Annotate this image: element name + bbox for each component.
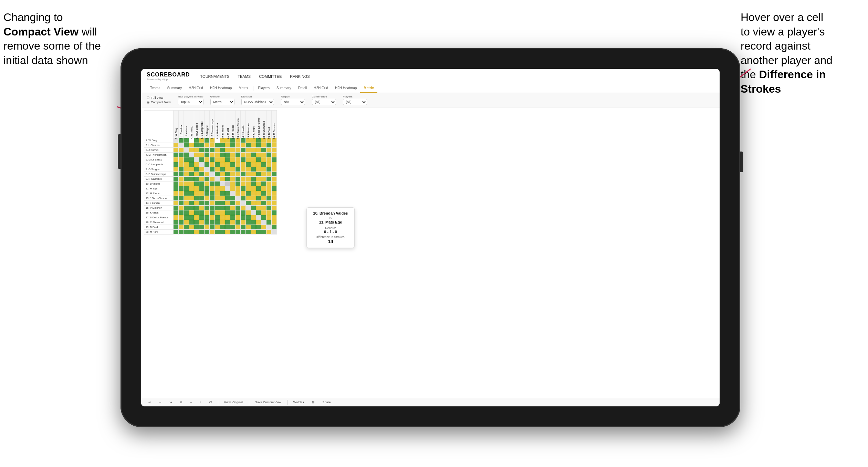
matrix-cell[interactable] [241, 148, 246, 153]
matrix-cell[interactable] [220, 230, 225, 235]
matrix-cell[interactable] [174, 172, 179, 177]
matrix-cell[interactable] [256, 191, 261, 196]
matrix-cell[interactable] [241, 206, 246, 210]
matrix-cell[interactable] [210, 143, 215, 148]
matrix-cell[interactable] [184, 191, 189, 196]
matrix-cell[interactable] [225, 157, 230, 162]
matrix-cell[interactable] [261, 201, 266, 206]
matrix-cell[interactable] [236, 206, 241, 210]
matrix-cell[interactable] [266, 206, 272, 210]
compact-view-radio[interactable] [147, 101, 149, 104]
matrix-cell[interactable] [230, 191, 236, 196]
matrix-cell[interactable] [194, 220, 199, 225]
matrix-cell[interactable] [215, 157, 220, 162]
matrix-cell[interactable] [266, 186, 272, 191]
matrix-cell[interactable] [205, 210, 210, 215]
matrix-cell[interactable] [225, 143, 230, 148]
matrix-cell[interactable] [261, 220, 266, 225]
matrix-cell[interactable] [215, 181, 220, 186]
matrix-cell[interactable] [215, 191, 220, 196]
matrix-cell[interactable] [256, 186, 261, 191]
matrix-cell[interactable] [179, 143, 184, 148]
matrix-cell[interactable] [189, 196, 194, 201]
matrix-cell[interactable] [272, 230, 277, 235]
matrix-cell[interactable] [199, 201, 205, 206]
sub-nav-h2hheatmap2[interactable]: H2H Heatmap [332, 84, 360, 93]
matrix-cell[interactable] [199, 196, 205, 201]
matrix-cell[interactable] [225, 196, 230, 201]
matrix-cell[interactable] [230, 167, 236, 172]
matrix-cell[interactable] [205, 143, 210, 148]
matrix-cell[interactable] [236, 153, 241, 157]
matrix-cell[interactable] [251, 215, 256, 220]
matrix-cell[interactable] [261, 148, 266, 153]
matrix-cell[interactable] [199, 143, 205, 148]
matrix-cell[interactable] [205, 148, 210, 153]
matrix-cell[interactable] [246, 177, 251, 181]
matrix-cell[interactable] [225, 220, 230, 225]
matrix-cell[interactable] [189, 230, 194, 235]
matrix-cell[interactable] [174, 215, 179, 220]
matrix-cell[interactable] [236, 201, 241, 206]
matrix-cell[interactable] [184, 186, 189, 191]
matrix-cell[interactable] [189, 167, 194, 172]
matrix-cell[interactable] [199, 230, 205, 235]
nav-rankings[interactable]: RANKINGS [290, 73, 310, 80]
matrix-cell[interactable] [230, 153, 236, 157]
matrix-cell[interactable] [266, 172, 272, 177]
matrix-cell[interactable] [184, 148, 189, 153]
matrix-cell[interactable] [184, 225, 189, 230]
matrix-cell[interactable] [241, 210, 246, 215]
matrix-cell[interactable] [256, 220, 261, 225]
matrix-cell[interactable] [272, 191, 277, 196]
matrix-cell[interactable] [215, 230, 220, 235]
matrix-cell[interactable] [266, 157, 272, 162]
matrix-cell[interactable] [179, 220, 184, 225]
matrix-cell[interactable] [230, 206, 236, 210]
matrix-cell[interactable] [241, 167, 246, 172]
matrix-cell[interactable] [256, 215, 261, 220]
matrix-cell[interactable] [199, 148, 205, 153]
matrix-cell[interactable] [236, 167, 241, 172]
nav-committee[interactable]: COMMITTEE [259, 73, 282, 80]
sub-nav-summary1[interactable]: Summary [164, 84, 185, 93]
matrix-cell[interactable] [225, 201, 230, 206]
matrix-cell[interactable] [174, 153, 179, 157]
matrix-cell[interactable] [184, 162, 189, 167]
matrix-cell[interactable] [246, 220, 251, 225]
matrix-cell[interactable] [272, 172, 277, 177]
matrix-cell[interactable] [215, 225, 220, 230]
matrix-cell[interactable] [256, 167, 261, 172]
matrix-cell[interactable] [246, 230, 251, 235]
matrix-cell[interactable] [220, 143, 225, 148]
matrix-cell[interactable] [272, 157, 277, 162]
matrix-cell[interactable] [194, 157, 199, 162]
matrix-cell[interactable] [210, 181, 215, 186]
matrix-cell[interactable] [261, 181, 266, 186]
matrix-cell[interactable] [266, 215, 272, 220]
matrix-cell[interactable] [220, 157, 225, 162]
matrix-cell[interactable] [246, 143, 251, 148]
undo-button[interactable]: ↩ [147, 400, 153, 405]
matrix-cell[interactable] [194, 191, 199, 196]
matrix-cell[interactable] [230, 230, 236, 235]
matrix-cell[interactable] [261, 172, 266, 177]
matrix-cell[interactable] [236, 181, 241, 186]
matrix-cell[interactable] [266, 153, 272, 157]
matrix-cell[interactable] [205, 191, 210, 196]
matrix-cell[interactable] [210, 220, 215, 225]
matrix-cell[interactable] [272, 201, 277, 206]
matrix-cell[interactable] [241, 153, 246, 157]
matrix-cell[interactable] [215, 215, 220, 220]
matrix-cell[interactable] [266, 230, 272, 235]
matrix-cell[interactable] [225, 215, 230, 220]
sub-nav-players[interactable]: Players [255, 84, 273, 93]
matrix-cell[interactable] [251, 191, 256, 196]
sub-nav-detail[interactable]: Detail [295, 84, 311, 93]
matrix-cell[interactable] [261, 177, 266, 181]
matrix-cell[interactable] [225, 225, 230, 230]
redo-button[interactable]: ↪ [168, 400, 174, 405]
matrix-cell[interactable] [261, 143, 266, 148]
nav-teams[interactable]: TEAMS [238, 73, 251, 80]
matrix-cell[interactable] [189, 215, 194, 220]
